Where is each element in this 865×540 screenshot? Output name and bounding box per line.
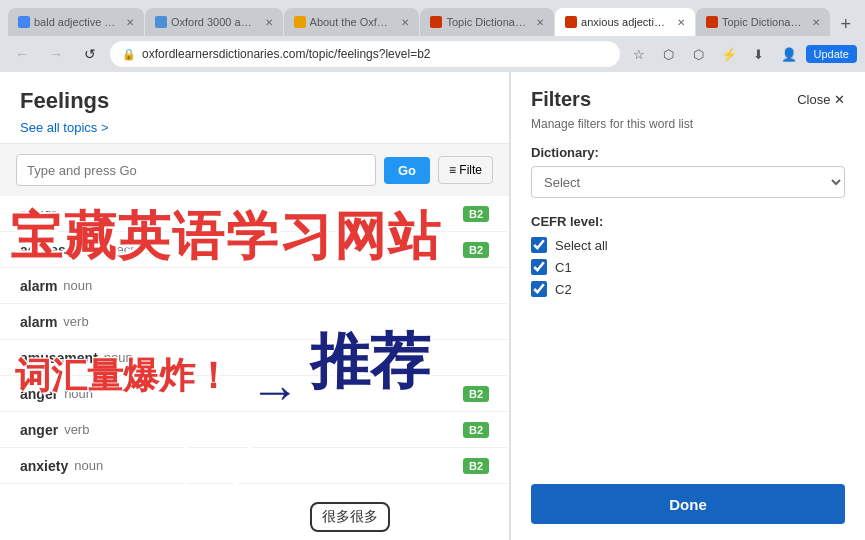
word-name: anger (20, 422, 58, 438)
word-name: alarm (20, 314, 57, 330)
dict-header: Feelings See all topics > (0, 72, 509, 144)
address-text: oxfordlearnersdictionaries.com/topic/fee… (142, 47, 608, 61)
address-bar-row: ← → ↺ 🔒 oxfordlearnersdictionaries.com/t… (0, 36, 865, 72)
word-row[interactable]: angerverbB2 (0, 412, 509, 448)
word-name: anxiety (20, 458, 68, 474)
lock-icon: 🔒 (122, 48, 136, 61)
tab-label-1: bald adjective - L... (34, 16, 118, 28)
checkbox-select-all: Select all (531, 237, 845, 253)
checkbox-select-all-input[interactable] (531, 237, 547, 253)
tab-favicon-2 (155, 16, 167, 28)
word-name: alarm (20, 278, 57, 294)
close-button[interactable]: Close ✕ (797, 92, 845, 107)
word-row[interactable]: adoreverbB2 (0, 196, 509, 232)
word-name: anger (20, 386, 58, 402)
word-row[interactable]: anxietynounB2 (0, 448, 509, 484)
bookmark-icon[interactable]: ☆ (626, 41, 652, 67)
tab-4[interactable]: Topic Dictionarie... ✕ (420, 8, 554, 36)
checkbox-c2: C2 (531, 281, 845, 297)
search-input[interactable] (16, 154, 376, 186)
see-all-link[interactable]: See all topics > (20, 120, 489, 135)
checkbox-c1-input[interactable] (531, 259, 547, 275)
tab-label-5: anxious adjective ... (581, 16, 669, 28)
checkbox-c1: C1 (531, 259, 845, 275)
tab-2[interactable]: Oxford 3000 and ... ✕ (145, 8, 283, 36)
back-button[interactable]: ← (8, 40, 36, 68)
toolbar-icons: ☆ ⬡ ⬡ ⚡ ⬇ 👤 Update (626, 41, 857, 67)
tab-favicon-3 (294, 16, 306, 28)
word-name: adore (20, 206, 58, 222)
word-row[interactable]: aggressiveadjectiveB2 (0, 232, 509, 268)
tab-favicon-4 (430, 16, 442, 28)
tab-favicon-1 (18, 16, 30, 28)
checkbox-c2-input[interactable] (531, 281, 547, 297)
sync-icon[interactable]: ⚡ (716, 41, 742, 67)
level-badge: B2 (463, 458, 489, 474)
level-badge: B2 (463, 242, 489, 258)
dict-panel: Feelings See all topics > Go ≡ Filte ado… (0, 72, 510, 540)
profile-icon[interactable]: 👤 (776, 41, 802, 67)
filters-panel: Filters Close ✕ Manage filters for this … (510, 72, 865, 540)
tab-close-2[interactable]: ✕ (265, 17, 273, 28)
word-row[interactable]: amusementnoun (0, 340, 509, 376)
word-name: aggressive (20, 242, 93, 258)
level-badge: B2 (463, 206, 489, 222)
word-pos: noun (64, 386, 93, 401)
tab-3[interactable]: About the Oxford... ✕ (284, 8, 420, 36)
done-button[interactable]: Done (531, 484, 845, 524)
update-button[interactable]: Update (806, 45, 857, 63)
extension-icon-2[interactable]: ⬡ (686, 41, 712, 67)
word-pos: verb (63, 314, 88, 329)
address-bar[interactable]: 🔒 oxfordlearnersdictionaries.com/topic/f… (110, 41, 620, 67)
word-row[interactable]: alarmverb (0, 304, 509, 340)
word-pos: adjective (99, 242, 150, 257)
word-list: adoreverbB2aggressiveadjectiveB2alarmnou… (0, 196, 509, 540)
word-name: amusement (20, 350, 98, 366)
tab-label-6: Topic Dictionarie... (722, 16, 804, 28)
cefr-section: CEFR level: Select all C1 C2 (531, 214, 845, 303)
reload-button[interactable]: ↺ (76, 40, 104, 68)
tab-favicon-5 (565, 16, 577, 28)
dictionary-filter-label: Dictionary: (531, 145, 845, 160)
word-row[interactable]: alarmnoun (0, 268, 509, 304)
tab-close-3[interactable]: ✕ (401, 17, 409, 28)
word-pos: verb (64, 206, 89, 221)
search-bar-row: Go ≡ Filte (0, 144, 509, 196)
level-badge: B2 (463, 422, 489, 438)
filters-header: Filters Close ✕ (531, 88, 845, 111)
tab-close-4[interactable]: ✕ (536, 17, 544, 28)
browser-chrome: bald adjective - L... ✕ Oxford 3000 and … (0, 0, 865, 72)
dictionary-select[interactable]: Select (531, 166, 845, 198)
tab-label-3: About the Oxford... (310, 16, 394, 28)
checkbox-select-all-label: Select all (555, 238, 608, 253)
extension-icon[interactable]: ⬡ (656, 41, 682, 67)
tab-favicon-6 (706, 16, 718, 28)
word-pos: noun (63, 278, 92, 293)
tab-close-1[interactable]: ✕ (126, 17, 134, 28)
tab-5[interactable]: anxious adjective ... ✕ (555, 8, 695, 36)
filter-button[interactable]: ≡ Filte (438, 156, 493, 184)
word-row[interactable]: angernounB2 (0, 376, 509, 412)
cefr-title: CEFR level: (531, 214, 845, 229)
tab-label-4: Topic Dictionarie... (446, 16, 528, 28)
tab-6[interactable]: Topic Dictionarie... ✕ (696, 8, 830, 36)
word-pos: verb (64, 422, 89, 437)
filters-subtitle: Manage filters for this word list (531, 117, 845, 131)
tab-1[interactable]: bald adjective - L... ✕ (8, 8, 144, 36)
checkbox-c1-label: C1 (555, 260, 572, 275)
download-icon[interactable]: ⬇ (746, 41, 772, 67)
dictionary-filter-section: Dictionary: Select (531, 145, 845, 198)
dict-title: Feelings (20, 88, 489, 114)
tab-bar: bald adjective - L... ✕ Oxford 3000 and … (0, 0, 865, 36)
main-content: Feelings See all topics > Go ≡ Filte ado… (0, 72, 865, 540)
go-button[interactable]: Go (384, 157, 430, 184)
new-tab-button[interactable]: + (835, 12, 857, 36)
word-pos: noun (74, 458, 103, 473)
tab-close-5[interactable]: ✕ (677, 17, 685, 28)
tab-close-6[interactable]: ✕ (812, 17, 820, 28)
forward-button[interactable]: → (42, 40, 70, 68)
word-pos: noun (104, 350, 133, 365)
level-badge: B2 (463, 386, 489, 402)
filters-title: Filters (531, 88, 591, 111)
tab-label-2: Oxford 3000 and ... (171, 16, 257, 28)
